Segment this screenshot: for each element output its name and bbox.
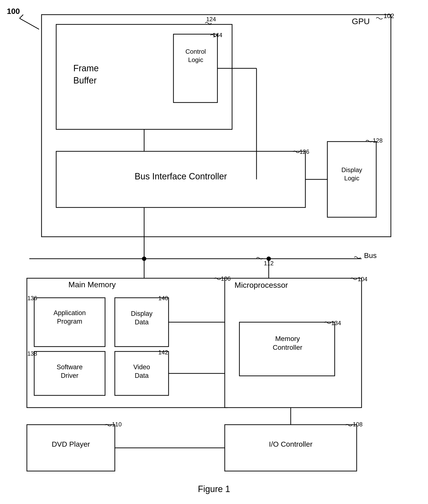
- io-controller-label: I/O Controller: [225, 439, 356, 449]
- bus-interface-controller-label: Bus Interface Controller: [64, 171, 298, 182]
- gpu-label: GPU: [352, 17, 370, 26]
- memory-controller-label: MemoryController: [240, 334, 335, 352]
- svg-line-28: [20, 18, 39, 29]
- ref-134: 134: [331, 320, 341, 327]
- ref-124: 124: [206, 16, 216, 23]
- ref-126: 126: [300, 148, 309, 155]
- main-memory-label: Main Memory: [68, 280, 116, 289]
- ref-142: 142: [158, 349, 168, 356]
- svg-rect-2: [173, 34, 217, 103]
- ref-112: 112: [264, 260, 274, 267]
- ref-138: 138: [27, 350, 37, 357]
- ref-144: 144: [213, 32, 222, 39]
- application-program-label: ApplicationProgram: [35, 309, 105, 326]
- bus-label: Bus: [364, 251, 377, 260]
- svg-line-29: [20, 15, 23, 18]
- control-logic-label: ControlLogic: [174, 48, 217, 64]
- ref-140: 140: [158, 295, 168, 302]
- ref-136: 136: [27, 295, 37, 302]
- figure-caption: Figure 1: [0, 484, 428, 494]
- ref-100: 100: [7, 7, 20, 16]
- display-logic-label: DisplayLogic: [328, 166, 376, 183]
- display-data-label: DisplayData: [115, 309, 168, 327]
- ref-108: 108: [353, 421, 363, 428]
- ref-102: 102: [384, 12, 394, 20]
- ref-106: 106: [221, 275, 231, 282]
- ref-104: 104: [358, 276, 367, 283]
- ref-110: 110: [112, 421, 122, 428]
- video-data-label: VideoData: [115, 363, 168, 380]
- software-driver-label: SoftwareDriver: [35, 363, 105, 380]
- dvd-player-label: DVD Player: [27, 439, 114, 449]
- svg-point-11: [142, 257, 146, 261]
- frame-buffer-label: FrameBuffer: [73, 62, 99, 87]
- svg-rect-15: [27, 278, 227, 408]
- ref-128: 128: [373, 137, 383, 144]
- microprocessor-label: Microprocessor: [235, 281, 288, 290]
